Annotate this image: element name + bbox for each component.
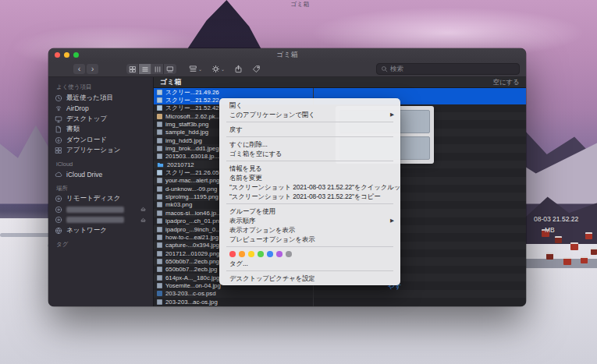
menu-item-put-back[interactable]: 戻す — [219, 125, 400, 134]
sidebar-item-volume-2[interactable] — [48, 215, 153, 226]
minimize-button[interactable] — [64, 52, 69, 58]
menu-item-use-groups[interactable]: グループを使用 — [219, 207, 400, 216]
menu-item-open-with[interactable]: このアプリケーションで開く▶ — [219, 110, 400, 119]
redacted-label — [66, 217, 124, 223]
background-window-title: ゴミ箱 — [290, 0, 309, 9]
apps-icon — [55, 147, 62, 154]
back-button[interactable]: ‹ — [73, 64, 85, 74]
tag-color-dot[interactable] — [258, 251, 264, 257]
gallery-view-button[interactable] — [164, 64, 176, 74]
sidebar-item-airdrop[interactable]: AirDrop — [48, 104, 153, 115]
file-name: Yosemite...on-04.jpg — [165, 282, 221, 289]
sidebar-item-recents[interactable]: 最近使った項目 — [48, 93, 153, 104]
download-icon — [55, 136, 62, 144]
menu-item-copy[interactable]: "スクリーンショット 2021-08-03 21.52.22"をコピー — [219, 192, 400, 201]
sidebar-item-applications[interactable]: アプリケーション — [48, 146, 153, 157]
house — [591, 248, 597, 255]
menu-item-tags[interactable]: タグ... — [219, 259, 400, 268]
menu-item-open[interactable]: 開く — [219, 101, 400, 110]
menu-item-sort-by[interactable]: 表示順序▶ — [219, 216, 400, 225]
sidebar-section-header: iCloud — [48, 156, 153, 169]
menu-item-quick-look[interactable]: "スクリーンショット 2021-08-03 21.52.22"をクイックルック — [219, 182, 400, 192]
icon-view-button[interactable] — [126, 64, 139, 74]
action-menu-button[interactable]: ⌄ — [211, 65, 225, 73]
empty-trash-button[interactable]: 空にする — [492, 78, 520, 87]
sidebar-item-network[interactable]: ネットワーク — [48, 225, 153, 236]
menu-item-label: デスクトップピクチャを設定 — [229, 274, 315, 283]
zoom-button[interactable] — [73, 52, 79, 58]
tags-button[interactable] — [252, 65, 261, 73]
house — [570, 242, 578, 250]
disc-icon — [55, 195, 62, 203]
close-button[interactable] — [55, 52, 60, 58]
file-name: スクリー...21.26.05 — [165, 168, 219, 176]
sidebar-item-documents[interactable]: 書類 — [48, 125, 153, 136]
navigation-buttons: ‹ › — [73, 64, 98, 74]
file-thumbnail-icon — [157, 218, 162, 224]
file-name: 201712...01029.png — [165, 250, 219, 257]
file-row[interactable]: スクリー...21.49.26 — [154, 88, 526, 96]
tag-color-dot[interactable] — [248, 251, 254, 257]
content-header: ゴミ箱 空にする — [154, 77, 526, 88]
tag-color-dot[interactable] — [286, 251, 292, 257]
file-thumbnail-icon — [157, 114, 162, 119]
menu-separator — [226, 270, 393, 271]
toolbar-actions: ⌄⌄ — [189, 65, 261, 73]
file-name: d-unknow...-09.png — [165, 186, 217, 193]
menu-item-rename[interactable]: 名前を変更 — [219, 173, 400, 182]
file-name: 650b0b7...2ecb.jpg — [165, 266, 217, 273]
sidebar-item-downloads[interactable]: ダウンロード — [48, 135, 153, 146]
file-name: 650b0b7...2ecb.png — [165, 258, 219, 265]
sidebar-item-label: デスクトップ — [66, 115, 107, 124]
column-view-button[interactable] — [151, 64, 164, 74]
menu-separator — [226, 136, 393, 137]
tag-color-dot[interactable] — [239, 251, 245, 257]
title-bar[interactable]: ゴミ箱 — [48, 48, 526, 62]
sidebar-section-header: タグ — [48, 236, 153, 250]
group-button[interactable]: ⌄ — [189, 65, 202, 73]
file-thumbnail-icon — [157, 129, 162, 135]
file-row[interactable]: 203-203...c-os.psd — [154, 290, 526, 298]
file-thumbnail-icon — [157, 122, 162, 127]
file-name: スクリー...21.52.42 — [165, 104, 219, 112]
sidebar: よく使う項目最近使った項目AirDropデスクトップ書類ダウンロードアプリケーシ… — [48, 77, 154, 306]
file-thumbnail-icon — [157, 146, 162, 151]
house — [555, 236, 562, 243]
file-thumbnail-icon — [157, 267, 162, 272]
tag-color-dot[interactable] — [229, 251, 236, 257]
file-name: 614px-A..._180c.jpg — [165, 274, 219, 281]
menu-item-get-info[interactable]: 情報を見る — [219, 164, 400, 173]
file-name: sample_hdd.jpg — [165, 129, 208, 136]
disc-icon — [55, 206, 62, 214]
menu-item-delete-immediately[interactable]: すぐに削除... — [219, 140, 400, 149]
sidebar-item-remote-disc[interactable]: リモートディスク — [48, 194, 153, 205]
eject-icon[interactable] — [140, 206, 147, 213]
eject-icon[interactable] — [140, 217, 147, 224]
menu-item-empty-trash[interactable]: ゴミ箱を空にする — [219, 149, 400, 158]
search-field[interactable]: 検索 — [376, 63, 520, 75]
tag-color-dot[interactable] — [276, 251, 283, 257]
sidebar-item-desktop[interactable]: デスクトップ — [48, 114, 153, 125]
menu-item-label: ゴミ箱を空にする — [229, 150, 282, 158]
forward-button[interactable]: › — [87, 64, 98, 74]
menu-item-show-view-options[interactable]: 表示オプションを表示 — [219, 225, 400, 235]
file-thumbnail-icon — [157, 235, 162, 240]
sidebar-item-icloud-drive[interactable]: iCloud Drive — [48, 169, 153, 180]
sidebar-item-label: iCloud Drive — [66, 171, 102, 178]
sidebar-item-volume-1[interactable] — [48, 204, 153, 215]
file-name: capture-...0x394.jpg — [165, 242, 219, 249]
tag-color-dot[interactable] — [267, 251, 273, 257]
file-name: how-to-c...eal21.jpg — [165, 234, 219, 241]
file-name: macos-si...ion46.jp... — [165, 210, 222, 217]
menu-item-set-desktop-picture[interactable]: デスクトップピクチャを設定 — [219, 274, 400, 283]
file-thumbnail-icon — [157, 283, 162, 288]
file-thumbnail-icon — [157, 259, 162, 264]
share-button[interactable] — [234, 65, 243, 73]
toolbar: ‹ › ⌄⌄ 検索 — [48, 62, 526, 77]
context-menu: 開くこのアプリケーションで開く▶戻すすぐに削除...ゴミ箱を空にする情報を見る名… — [219, 98, 400, 285]
cloud-icon — [55, 171, 62, 178]
file-thumbnail-icon — [157, 138, 162, 143]
file-row[interactable]: 203-203...ac-os.jpg — [154, 298, 526, 306]
menu-item-show-preview-options[interactable]: プレビューオプションを表示 — [219, 235, 400, 244]
list-view-button[interactable] — [139, 64, 151, 74]
